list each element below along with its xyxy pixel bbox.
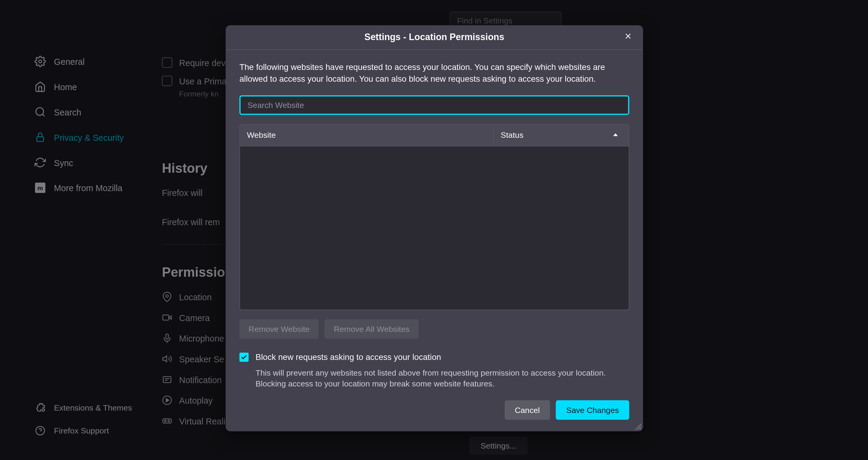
remove-website-button[interactable]: Remove Website (239, 319, 319, 339)
close-icon (624, 32, 632, 43)
svg-line-27 (640, 428, 641, 430)
block-requests-checkbox[interactable] (239, 352, 248, 361)
close-button[interactable] (620, 29, 636, 45)
save-changes-button[interactable]: Save Changes (556, 400, 629, 420)
remove-all-websites-button[interactable]: Remove All Websites (324, 319, 418, 339)
dialog-body: The following websites have requested to… (226, 50, 643, 431)
search-website-input[interactable] (239, 95, 629, 115)
block-checkbox-row: Block new requests asking to access your… (239, 352, 629, 361)
column-status[interactable]: Status (494, 124, 629, 146)
column-website[interactable]: Website (240, 124, 494, 146)
table-body (240, 146, 629, 309)
block-requests-description: This will prevent any websites not liste… (255, 367, 629, 390)
column-website-label: Website (247, 130, 276, 140)
table-header: Website Status (240, 124, 629, 146)
cancel-label: Cancel (515, 405, 540, 415)
website-table: Website Status (239, 124, 629, 310)
table-actions: Remove Website Remove All Websites (239, 319, 629, 339)
column-status-label: Status (501, 130, 524, 140)
dialog-title: Settings - Location Permissions (364, 32, 504, 42)
sort-ascending-icon (612, 131, 620, 139)
svg-marker-24 (613, 133, 618, 136)
remove-website-label: Remove Website (249, 324, 310, 333)
cancel-button[interactable]: Cancel (504, 400, 550, 420)
dialog-description: The following websites have requested to… (239, 61, 629, 85)
location-permissions-dialog: Settings - Location Permissions The foll… (226, 25, 643, 431)
resize-handle[interactable] (634, 422, 642, 430)
block-requests-section: Block new requests asking to access your… (239, 352, 629, 390)
block-requests-label: Block new requests asking to access your… (255, 352, 441, 361)
remove-all-label: Remove All Websites (334, 324, 409, 333)
dialog-footer: Cancel Save Changes (239, 400, 629, 420)
dialog-header: Settings - Location Permissions (226, 25, 643, 50)
save-label: Save Changes (566, 405, 619, 415)
